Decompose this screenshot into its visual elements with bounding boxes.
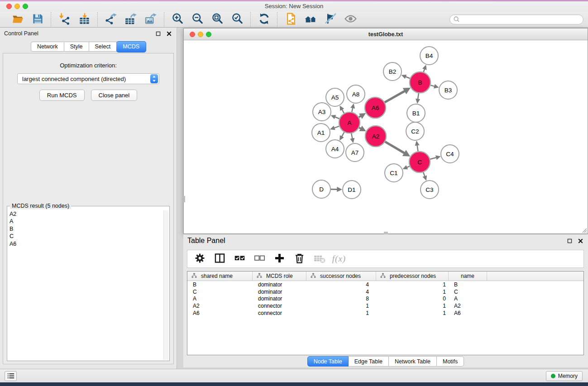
mcds-result-item[interactable]: B bbox=[9, 225, 163, 233]
graph-edge-A-A4[interactable] bbox=[342, 132, 344, 137]
graph-edge-B-B4[interactable] bbox=[424, 69, 425, 72]
mcds-result-item[interactable]: A6 bbox=[9, 240, 163, 248]
graph-edge-B-B3[interactable] bbox=[430, 85, 435, 86]
network-vscroll-thumb[interactable] bbox=[183, 196, 185, 202]
cell-predecessor-nodes[interactable]: 1 bbox=[376, 310, 449, 316]
cell-name[interactable]: A bbox=[449, 295, 487, 302]
graph-edge-B-B1[interactable] bbox=[418, 93, 419, 100]
mcds-result-item[interactable]: C bbox=[9, 233, 163, 240]
cell-name[interactable]: B bbox=[449, 281, 487, 288]
table-row[interactable]: A2connector11A2 bbox=[187, 302, 583, 310]
hide-labels-button[interactable] bbox=[322, 13, 339, 26]
zoom-in-button[interactable] bbox=[169, 13, 186, 26]
export-network-button[interactable] bbox=[103, 13, 119, 26]
cell-predecessor-nodes[interactable]: 1 bbox=[376, 289, 449, 295]
cell-successor-nodes[interactable]: 8 bbox=[306, 295, 376, 302]
network-zoom-button[interactable] bbox=[206, 32, 211, 37]
graph-edge-A-A1[interactable] bbox=[334, 126, 339, 128]
graph-edge-A-A8[interactable] bbox=[352, 108, 353, 112]
refresh-button[interactable] bbox=[256, 13, 272, 26]
table-panel-float-button[interactable] bbox=[566, 237, 573, 244]
save-session-button[interactable] bbox=[29, 13, 46, 26]
mcds-result-item[interactable]: A bbox=[9, 218, 163, 225]
delete-table-button[interactable] bbox=[311, 252, 327, 266]
tab-mcds[interactable]: MCDS bbox=[116, 41, 146, 52]
graph-edge-A-A3[interactable] bbox=[335, 117, 339, 119]
resize-grip-icon[interactable] bbox=[581, 227, 587, 233]
memory-button[interactable]: Memory bbox=[546, 371, 583, 381]
zoom-out-button[interactable] bbox=[189, 13, 206, 26]
column-header-name[interactable]: name bbox=[449, 272, 487, 281]
criterion-dropdown[interactable]: largest connected component (directed) bbox=[17, 73, 159, 84]
cell-shared-name[interactable]: A6 bbox=[187, 310, 253, 316]
graph-edge-C-C1[interactable] bbox=[406, 166, 410, 167]
network-canvas[interactable]: AA1A2A3A4A5A6A7A8BB1B2B3B4CC1C2C3C4DD1 bbox=[184, 41, 588, 234]
show-eye-button[interactable] bbox=[342, 13, 359, 26]
cell-name[interactable]: A6 bbox=[449, 310, 487, 316]
cell-successor-nodes[interactable]: 4 bbox=[306, 281, 376, 288]
export-image-button[interactable] bbox=[143, 13, 159, 26]
zoom-selected-button[interactable] bbox=[229, 13, 245, 26]
graph-edge-A-A7[interactable] bbox=[351, 133, 352, 139]
graph-edge-C-C4[interactable] bbox=[430, 157, 436, 159]
open-file-button[interactable] bbox=[10, 13, 26, 26]
close-panel-button[interactable]: Close panel bbox=[91, 90, 138, 101]
table-row[interactable]: A6connector11A6 bbox=[187, 310, 583, 317]
import-network-button[interactable] bbox=[56, 13, 72, 26]
cell-shared-name[interactable]: A2 bbox=[187, 303, 253, 309]
cell-successor-nodes[interactable]: 1 bbox=[306, 303, 376, 309]
cell-successor-nodes[interactable]: 1 bbox=[306, 310, 376, 316]
cell-mcds-role[interactable]: dominator bbox=[253, 295, 306, 302]
tab-network-table[interactable]: Network Table bbox=[389, 356, 437, 367]
graph-edge-C-C3[interactable] bbox=[423, 172, 425, 176]
delete-column-button[interactable] bbox=[292, 252, 307, 266]
table-row[interactable]: Cdominator41C bbox=[187, 288, 583, 295]
cell-predecessor-nodes[interactable]: 0 bbox=[376, 295, 449, 302]
deselect-all-button[interactable] bbox=[252, 252, 267, 266]
table-row[interactable]: Bdominator41B bbox=[187, 281, 583, 288]
dropdown-stepper-icon[interactable] bbox=[150, 74, 158, 83]
cell-shared-name[interactable]: A bbox=[187, 295, 253, 302]
cell-mcds-role[interactable]: connector bbox=[253, 310, 306, 316]
run-mcds-button[interactable]: Run MCDS bbox=[39, 90, 85, 101]
column-layout-button[interactable] bbox=[212, 252, 227, 266]
export-table-button[interactable] bbox=[123, 13, 139, 26]
cell-successor-nodes[interactable]: 4 bbox=[306, 289, 376, 295]
graph-edge-A6-B[interactable] bbox=[385, 91, 405, 102]
task-history-button[interactable] bbox=[5, 371, 17, 381]
control-panel-close-button[interactable] bbox=[165, 30, 172, 37]
column-header-shared-name[interactable]: shared name bbox=[187, 272, 253, 281]
tab-node-table[interactable]: Node Table bbox=[307, 356, 349, 367]
cell-predecessor-nodes[interactable]: 1 bbox=[376, 303, 449, 309]
table-panel-close-button[interactable] bbox=[577, 237, 584, 244]
add-column-button[interactable] bbox=[272, 252, 287, 266]
settings-button[interactable] bbox=[192, 252, 207, 266]
mcds-result-list[interactable]: A2ABCA6 bbox=[9, 210, 163, 359]
column-header-predecessor-nodes[interactable]: predecessor nodes bbox=[376, 272, 449, 281]
cell-predecessor-nodes[interactable]: 1 bbox=[376, 281, 449, 288]
cell-mcds-role[interactable]: dominator bbox=[253, 281, 306, 288]
graph-edge-A-A5[interactable] bbox=[342, 110, 344, 113]
column-header-successor-nodes[interactable]: successor nodes bbox=[306, 272, 376, 281]
close-window-button[interactable] bbox=[6, 4, 12, 9]
select-all-button[interactable] bbox=[232, 252, 247, 266]
home-button[interactable] bbox=[302, 13, 319, 26]
graph-edge-B-B2[interactable] bbox=[406, 76, 410, 78]
graph-edge-A2-C[interactable] bbox=[385, 142, 405, 153]
zoom-window-button[interactable] bbox=[23, 4, 28, 9]
cell-shared-name[interactable]: C bbox=[187, 289, 253, 295]
mcds-result-scrollbar[interactable] bbox=[163, 210, 168, 360]
cell-mcds-role[interactable]: connector bbox=[253, 303, 306, 309]
cell-mcds-role[interactable]: dominator bbox=[253, 289, 306, 295]
zoom-fit-button[interactable] bbox=[209, 13, 225, 26]
tab-select[interactable]: Select bbox=[89, 42, 117, 52]
tab-edge-table[interactable]: Edge Table bbox=[349, 356, 389, 367]
tab-network[interactable]: Network bbox=[31, 42, 64, 52]
cell-name[interactable]: C bbox=[449, 289, 487, 295]
column-header-mcds-role[interactable]: MCDS role bbox=[253, 272, 306, 281]
graph-edge-C-C2[interactable] bbox=[417, 145, 418, 151]
mcds-result-item[interactable]: A2 bbox=[9, 210, 163, 218]
minimize-window-button[interactable] bbox=[14, 4, 20, 9]
search-input[interactable] bbox=[460, 16, 580, 23]
network-close-button[interactable] bbox=[190, 32, 195, 37]
